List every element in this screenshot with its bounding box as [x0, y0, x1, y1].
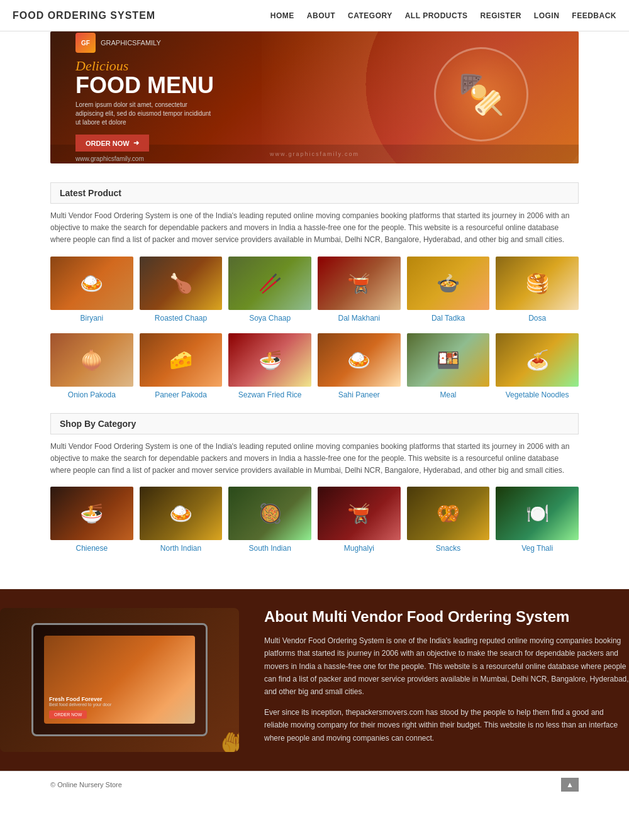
tablet-order-button[interactable]: ORDER NOW: [49, 710, 87, 719]
about-para-1: Multi Vendor Food Ordering System is one…: [264, 634, 629, 699]
product-name: Biryani: [80, 314, 103, 324]
product-name: Sahi Paneer: [338, 390, 380, 401]
product-image: 🍲: [407, 257, 490, 310]
about-text: About Multi Vendor Food Ordering System …: [264, 608, 629, 752]
nav-register[interactable]: REGISTER: [480, 11, 521, 20]
product-item[interactable]: 🍱 Meal: [407, 333, 490, 401]
product-item[interactable]: 🥞 Dosa: [496, 257, 579, 324]
product-item[interactable]: 🍗 Roasted Chaap: [140, 257, 223, 324]
product-image: 🍛: [318, 333, 401, 387]
hero-food-image: 🍢: [262, 31, 579, 163]
nav-home[interactable]: HOME: [270, 11, 294, 20]
shop-by-category-desc: Multi Vendor Food Ordering System is one…: [50, 441, 579, 477]
product-image: 🥢: [228, 257, 311, 310]
product-name: Dosa: [528, 314, 546, 324]
product-image: 🧀: [140, 333, 223, 387]
product-name: Meal: [440, 390, 456, 401]
latest-product-desc: Multi Vendor Food Ordering System is one…: [50, 210, 579, 246]
hero-banner: GF GRAPHICSFAMILY Delicious FOOD MENU Lo…: [50, 31, 579, 163]
category-image: 🍛: [140, 487, 223, 540]
category-name: Veg Thali: [521, 544, 553, 554]
category-grid: 🍜 Chienese 🍛 North Indian 🥘 South Indian…: [50, 487, 579, 554]
product-name: Dal Makhani: [338, 314, 380, 324]
latest-product-heading: Latest Product: [50, 182, 579, 204]
product-item[interactable]: 🍛 Sahi Paneer: [318, 333, 401, 401]
category-item[interactable]: 🍛 North Indian: [140, 487, 223, 554]
category-name: Snacks: [436, 544, 460, 554]
product-row-1: 🍛 Biryani 🍗 Roasted Chaap 🥢 Soya Chaap 🫕…: [50, 257, 579, 324]
product-name: Paneer Pakoda: [155, 390, 207, 401]
product-name: Sezwan Fried Rice: [238, 390, 302, 401]
hero-url: www.graphicsfamily.com: [75, 155, 214, 162]
product-name: Soya Chaap: [249, 314, 291, 324]
product-image: 🧅: [50, 333, 133, 387]
hands-icon: 🤲: [220, 729, 239, 752]
shop-by-category-heading: Shop By Category: [50, 413, 579, 434]
product-image: 🍝: [496, 333, 579, 387]
product-item[interactable]: 🫕 Dal Makhani: [318, 257, 401, 324]
product-item[interactable]: 🥢 Soya Chaap: [228, 257, 311, 324]
brand-name: GRAPHICSFAMILY: [101, 39, 161, 47]
about-section: Fresh Food Forever Best food delivered t…: [0, 589, 629, 771]
product-image: 🥞: [496, 257, 579, 310]
product-image: 🍗: [140, 257, 223, 310]
order-now-label: ORDER NOW: [86, 140, 130, 147]
product-image: 🍱: [407, 333, 490, 387]
category-name: Chienese: [75, 544, 108, 554]
tablet-subtitle: Best food delivered to your door: [49, 702, 111, 707]
category-item[interactable]: 🥨 Snacks: [407, 487, 490, 554]
category-item[interactable]: 🥘 South Indian: [228, 487, 311, 554]
category-item[interactable]: 🍜 Chienese: [50, 487, 133, 554]
product-image: 🫕: [318, 257, 401, 310]
category-item[interactable]: 🫕 Mughalyi: [318, 487, 401, 554]
header: FOOD ORDERING SYSTEM HOMEABOUTCATEGORYAL…: [0, 0, 629, 31]
product-item[interactable]: 🍜 Sezwan Fried Rice: [228, 333, 311, 401]
category-image: 🫕: [318, 487, 401, 540]
product-item[interactable]: 🍝 Vegetable Noodles: [496, 333, 579, 401]
brand-icon: GF: [75, 33, 96, 53]
category-image: 🥘: [228, 487, 311, 540]
category-name: South Indian: [248, 544, 291, 554]
about-para-2: Ever since its inception, thepackersmove…: [264, 706, 629, 744]
order-now-button[interactable]: ORDER NOW ➜: [75, 135, 149, 152]
about-title: About Multi Vendor Food Ordering System: [264, 608, 629, 626]
product-image: 🍜: [228, 333, 311, 387]
product-item[interactable]: 🧀 Paneer Pakoda: [140, 333, 223, 401]
product-name: Onion Pakoda: [68, 390, 116, 401]
hero-food-decor: 🍢: [434, 47, 528, 141]
about-tablet-image: Fresh Food Forever Best food delivered t…: [0, 608, 239, 752]
hero-title: FOOD MENU: [75, 74, 214, 97]
category-image: 🍜: [50, 487, 133, 540]
scroll-to-top-button[interactable]: ▲: [561, 778, 579, 792]
product-item[interactable]: 🍲 Dal Tadka: [407, 257, 490, 324]
site-title: FOOD ORDERING SYSTEM: [13, 10, 155, 21]
category-name: North Indian: [160, 544, 201, 554]
tablet-screen: Fresh Food Forever Best food delivered t…: [44, 636, 195, 724]
hero-content: GF GRAPHICSFAMILY Delicious FOOD MENU Lo…: [50, 31, 239, 163]
nav-feedback[interactable]: FEEDBACK: [572, 11, 616, 20]
tablet-inner: Fresh Food Forever Best food delivered t…: [31, 623, 208, 736]
category-item[interactable]: 🍽️ Veg Thali: [496, 487, 579, 554]
main-content: Latest Product Multi Vendor Food Orderin…: [0, 163, 629, 577]
product-item[interactable]: 🧅 Onion Pakoda: [50, 333, 133, 401]
nav-all-products[interactable]: ALL PRODUCTS: [405, 11, 468, 20]
product-name: Roasted Chaap: [155, 314, 207, 324]
tablet-title: Fresh Food Forever: [49, 696, 103, 703]
product-name: Dal Tadka: [431, 314, 465, 324]
nav-about[interactable]: ABOUT: [307, 11, 335, 20]
hero-desc: Lorem ipsum dolor sit amet, consectetur …: [75, 101, 214, 127]
nav-category[interactable]: CATEGORY: [348, 11, 392, 20]
arrow-icon: ➜: [133, 139, 139, 147]
category-image: 🥨: [407, 487, 490, 540]
main-nav: HOMEABOUTCATEGORYALL PRODUCTSREGISTERLOG…: [270, 11, 616, 20]
hero-brand: GF GRAPHICSFAMILY: [75, 33, 214, 53]
product-item[interactable]: 🍛 Biryani: [50, 257, 133, 324]
category-name: Mughalyi: [344, 544, 374, 554]
footer: © Online Nursery Store ▲: [0, 771, 629, 798]
category-image: 🍽️: [496, 487, 579, 540]
product-row-2: 🧅 Onion Pakoda 🧀 Paneer Pakoda 🍜 Sezwan …: [50, 333, 579, 401]
product-name: Vegetable Noodles: [506, 390, 569, 401]
product-image: 🍛: [50, 257, 133, 310]
nav-login[interactable]: LOGIN: [534, 11, 560, 20]
copyright-text: © Online Nursery Store: [50, 781, 122, 788]
